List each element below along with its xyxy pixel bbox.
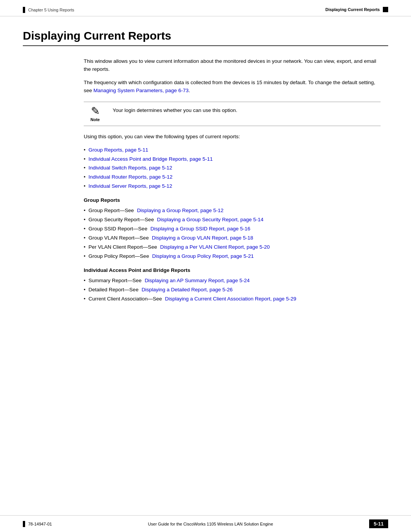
group-security-prefix: Group Security Report—See xyxy=(89,216,154,224)
footer-bar-icon xyxy=(23,521,25,527)
list-item: Detailed Report—See Displaying a Detaile… xyxy=(84,286,381,294)
per-vlan-prefix: Per VLAN Client Report—See xyxy=(89,243,157,251)
group-report-prefix: Group Report—See xyxy=(89,207,134,215)
group-reports-heading: Group Reports xyxy=(84,197,381,203)
group-ssid-prefix: Group SSID Report—See xyxy=(89,225,148,233)
toc-link-group-reports[interactable]: Group Reports, page 5-11 xyxy=(89,146,148,154)
list-item: Group SSID Report—See Displaying a Group… xyxy=(84,225,381,233)
note-label: Note xyxy=(91,117,100,122)
group-security-link[interactable]: Displaying a Group Security Report, page… xyxy=(157,216,263,224)
individual-ap-heading: Individual Access Point and Bridge Repor… xyxy=(84,267,381,273)
per-vlan-link[interactable]: Displaying a Per VLAN Client Report, pag… xyxy=(160,243,270,251)
header-right: Displaying Current Reports xyxy=(325,7,388,12)
note-icon-area: ✎ Note xyxy=(84,106,107,122)
detailed-report-link[interactable]: Displaying a Detailed Report, page 5-26 xyxy=(142,286,233,294)
managing-system-params-link[interactable]: Managing System Parameters, page 6-73 xyxy=(94,88,189,93)
list-item: Individual Switch Reports, page 5-12 xyxy=(84,164,381,172)
page: Chapter 5 Using Reports Displaying Curre… xyxy=(0,0,411,532)
list-item: Group Security Report—See Displaying a G… xyxy=(84,216,381,224)
summary-report-prefix: Summary Report—See xyxy=(89,277,142,285)
para2-suffix: . xyxy=(188,88,190,93)
list-item: Current Client Association—See Displayin… xyxy=(84,295,381,303)
footer-doc-num: 78-14947-01 xyxy=(28,522,52,526)
group-vlan-prefix: Group VLAN Report—See xyxy=(89,234,149,242)
list-item: Group Reports, page 5-11 xyxy=(84,146,381,154)
note-content: Your login determines whether you can us… xyxy=(113,106,237,115)
group-policy-link[interactable]: Displaying a Group Policy Report, page 5… xyxy=(152,252,254,260)
footer-center-text: User Guide for the CiscoWorks 1105 Wirel… xyxy=(148,522,273,526)
page-header: Chapter 5 Using Reports Displaying Curre… xyxy=(0,0,411,16)
intro-para-1: This window allows you to view current i… xyxy=(84,58,381,73)
body-text: This window allows you to view current i… xyxy=(84,58,381,303)
current-client-prefix: Current Client Association—See xyxy=(89,295,162,303)
individual-ap-list: Summary Report—See Displaying an AP Summ… xyxy=(84,277,381,303)
group-reports-list: Group Report—See Displaying a Group Repo… xyxy=(84,207,381,260)
using-option-para: Using this option, you can view the foll… xyxy=(84,133,381,141)
header-block-icon xyxy=(383,7,388,12)
chapter-title: Displaying Current Reports xyxy=(23,29,388,46)
footer-left: 78-14947-01 xyxy=(23,521,52,527)
group-ssid-link[interactable]: Displaying a Group SSID Report, page 5-1… xyxy=(150,225,250,233)
note-box: ✎ Note Your login determines whether you… xyxy=(84,102,381,126)
list-item: Group Policy Report—See Displaying a Gro… xyxy=(84,252,381,260)
toc-link-individual-switch[interactable]: Individual Switch Reports, page 5-12 xyxy=(89,164,172,172)
group-policy-prefix: Group Policy Report—See xyxy=(89,252,149,260)
current-client-link[interactable]: Displaying a Current Client Association … xyxy=(165,295,296,303)
main-content: Displaying Current Reports This window a… xyxy=(0,18,411,515)
toc-link-individual-server[interactable]: Individual Server Reports, page 5-12 xyxy=(89,182,172,190)
summary-report-link[interactable]: Displaying an AP Summary Report, page 5-… xyxy=(145,277,250,285)
list-item: Group Report—See Displaying a Group Repo… xyxy=(84,207,381,215)
header-chapter-label: Chapter 5 Using Reports xyxy=(28,8,74,12)
toc-link-individual-ap[interactable]: Individual Access Point and Bridge Repor… xyxy=(89,155,213,163)
toc-link-individual-router[interactable]: Individual Router Reports, page 5-12 xyxy=(89,173,173,181)
pencil-icon: ✎ xyxy=(91,106,100,117)
intro-para-2: The frequency with which configuration d… xyxy=(84,79,381,95)
list-item: Per VLAN Client Report—See Displaying a … xyxy=(84,243,381,251)
group-report-link[interactable]: Displaying a Group Report, page 5-12 xyxy=(137,207,223,215)
footer-page-num: 5-11 xyxy=(369,519,388,528)
list-item: Individual Access Point and Bridge Repor… xyxy=(84,155,381,163)
list-item: Individual Server Reports, page 5-12 xyxy=(84,182,381,190)
detailed-report-prefix: Detailed Report—See xyxy=(89,286,139,294)
page-footer: 78-14947-01 User Guide for the CiscoWork… xyxy=(0,515,411,532)
list-item: Individual Router Reports, page 5-12 xyxy=(84,173,381,181)
header-left: Chapter 5 Using Reports xyxy=(23,7,74,13)
chapter-bar-icon xyxy=(23,7,25,13)
group-vlan-link[interactable]: Displaying a Group VLAN Report, page 5-1… xyxy=(152,234,253,242)
toc-list: Group Reports, page 5-11 Individual Acce… xyxy=(84,146,381,191)
list-item: Summary Report—See Displaying an AP Summ… xyxy=(84,277,381,285)
list-item: Group VLAN Report—See Displaying a Group… xyxy=(84,234,381,242)
header-section-title: Displaying Current Reports xyxy=(325,7,380,12)
